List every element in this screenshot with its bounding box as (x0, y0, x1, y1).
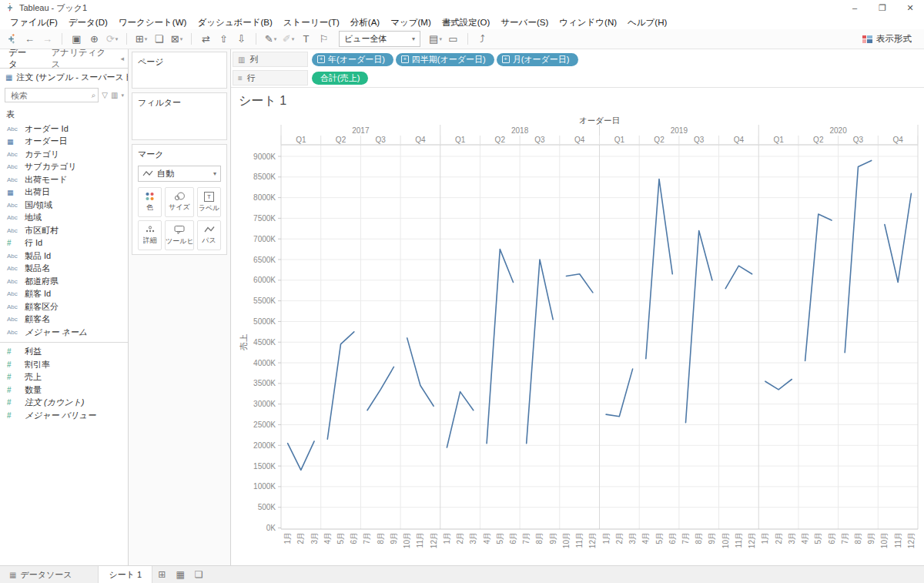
menu-item-6[interactable]: マップ(M) (385, 17, 437, 28)
fit-selector[interactable]: ビュー全体▾ (339, 31, 420, 47)
row-pill-0[interactable]: 合計(売上) (312, 72, 368, 85)
new-dashboard-button[interactable]: ▦ (171, 566, 189, 583)
tab-analytics[interactable]: アナリティクス (43, 49, 121, 68)
data-source-tab[interactable]: ▦ データソース (0, 566, 81, 583)
tab-data[interactable]: データ (0, 49, 43, 68)
menu-item-8[interactable]: サーバー(S) (495, 17, 554, 28)
sales-line-2018-q3[interactable] (527, 260, 554, 444)
sales-line-2018-q4[interactable] (566, 274, 593, 293)
sales-line-2017-q2[interactable] (327, 332, 354, 439)
show-mark-labels-button[interactable]: ▤▾ (427, 31, 444, 48)
dimension-field-14[interactable]: Abc顧客区分 (0, 300, 128, 313)
dimension-field-11[interactable]: Abc製品名 (0, 263, 128, 276)
new-story-button[interactable]: ❏ (189, 566, 208, 583)
menu-item-4[interactable]: ストーリー(T) (278, 17, 345, 28)
tableau-logo-icon[interactable] (6, 34, 16, 44)
label-button[interactable]: T ラベル (197, 187, 221, 217)
measure-field-5[interactable]: #メジャー バリュー (0, 409, 128, 422)
filters-shelf[interactable]: フィルター (132, 92, 227, 140)
view-options-icon[interactable]: ▥ (111, 91, 118, 99)
tooltip-button[interactable]: ツールヒ… (165, 220, 194, 250)
column-pill-1[interactable]: +四半期(オーダー日) (396, 53, 494, 66)
menu-item-7[interactable]: 書式設定(O) (437, 17, 496, 28)
measure-field-4[interactable]: #注文 (カウント) (0, 397, 128, 410)
measure-field-1[interactable]: #割引率 (0, 358, 128, 371)
menu-item-1[interactable]: データ(D) (63, 17, 113, 28)
sales-line-2020-q2[interactable] (805, 214, 832, 360)
dimension-field-9[interactable]: #行 Id (0, 237, 128, 250)
menu-item-10[interactable]: ヘルプ(H) (622, 17, 672, 28)
dimension-field-16[interactable]: Abcメジャー ネーム (0, 326, 128, 339)
sort-ascending-button[interactable]: ⇧ (215, 31, 233, 48)
expand-hierarchy-icon[interactable]: + (317, 55, 325, 63)
highlight-button[interactable]: ✎▾ (262, 31, 280, 48)
menu-item-9[interactable]: ウィンドウ(N) (554, 17, 622, 28)
sales-line-2018-q2[interactable] (487, 250, 513, 444)
dimension-field-2[interactable]: Abcカテゴリ (0, 148, 128, 161)
share-button[interactable]: ⤴ (474, 31, 491, 48)
dimension-field-5[interactable]: ▦出荷日 (0, 186, 128, 199)
view-options-caret-icon[interactable]: ▾ (121, 92, 124, 99)
menu-item-3[interactable]: ダッシュボード(B) (192, 17, 277, 28)
dimension-field-0[interactable]: Abcオーダー Id (0, 122, 128, 136)
detail-button[interactable]: 詳細 (138, 220, 162, 250)
pages-shelf[interactable]: ページ (132, 52, 227, 89)
collapse-pane-icon[interactable]: ◂ (120, 55, 128, 62)
refresh-data-button[interactable]: ⟳▾ (103, 31, 121, 48)
expand-hierarchy-icon[interactable]: + (401, 55, 409, 63)
undo-button[interactable]: ← (21, 31, 38, 48)
dimension-field-15[interactable]: Abc顧客名 (0, 313, 128, 327)
pin-button[interactable]: ⚐ (315, 31, 333, 48)
dimension-field-3[interactable]: Abcサブカテゴリ (0, 161, 128, 174)
sales-line-2019-q1[interactable] (606, 369, 633, 417)
measure-field-0[interactable]: #利益 (0, 346, 128, 359)
sales-line-2020-q1[interactable] (765, 380, 792, 390)
menu-item-0[interactable]: ファイル(F) (5, 17, 63, 28)
save-button[interactable]: ▣ (68, 31, 85, 48)
dimension-field-6[interactable]: Abc国/領域 (0, 199, 128, 212)
data-source-item[interactable]: ▦ 注文 (サンプル - スーパースト… (0, 69, 128, 85)
dimension-field-10[interactable]: Abc製品 Id (0, 250, 128, 263)
clear-sheet-button[interactable]: ⊠▾ (168, 31, 186, 48)
search-input[interactable] (9, 90, 92, 101)
measure-field-3[interactable]: #数量 (0, 384, 128, 397)
sales-line-2018-q1[interactable] (447, 392, 473, 447)
sort-descending-button[interactable]: ⇩ (233, 31, 250, 48)
filter-funnel-icon[interactable]: ▽ (102, 91, 108, 99)
add-data-source-button[interactable]: ⊕ (85, 31, 103, 48)
sales-line-2019-q2[interactable] (646, 179, 673, 359)
new-worksheet-button[interactable]: ⊞ (152, 566, 171, 583)
duplicate-sheet-button[interactable]: ❏ (150, 31, 168, 48)
color-button[interactable]: 色 (138, 187, 162, 217)
sheet-tab-active[interactable]: シート 1 (98, 566, 152, 583)
minimize-button[interactable]: – (841, 0, 869, 15)
column-pill-2[interactable]: +月(オーダー日) (497, 53, 578, 66)
presentation-mode-button[interactable]: ▭ (444, 31, 462, 48)
expand-hierarchy-icon[interactable]: + (502, 55, 510, 63)
dimension-field-4[interactable]: Abc出荷モード (0, 173, 128, 186)
path-button[interactable]: パス (197, 220, 221, 250)
close-button[interactable]: ✕ (896, 0, 924, 15)
sales-line-2017-q4[interactable] (407, 338, 434, 406)
sales-line-2019-q4[interactable] (725, 266, 752, 289)
new-worksheet-button[interactable]: ⊞▾ (132, 31, 150, 48)
restore-button[interactable]: ❐ (869, 0, 896, 15)
show-me-button[interactable]: 表示形式 (862, 33, 918, 45)
search-icon[interactable]: ⌕ (92, 91, 96, 100)
sales-line-2020-q4[interactable] (885, 193, 912, 282)
text-label-button[interactable]: T (297, 31, 315, 48)
dimension-field-13[interactable]: Abc顧客 Id (0, 288, 128, 301)
measure-field-2[interactable]: #売上 (0, 371, 128, 384)
format-button[interactable]: ✐▾ (280, 31, 297, 48)
menu-item-2[interactable]: ワークシート(W) (113, 17, 192, 28)
dimension-field-7[interactable]: Abc地域 (0, 212, 128, 225)
dimension-field-12[interactable]: Abc都道府県 (0, 275, 128, 288)
sales-line-2020-q3[interactable] (845, 160, 872, 352)
dimension-field-1[interactable]: ▦オーダー日 (0, 136, 128, 149)
redo-button[interactable]: → (38, 31, 56, 48)
menu-item-5[interactable]: 分析(A) (345, 17, 385, 28)
dimension-field-8[interactable]: Abc市区町村 (0, 224, 128, 237)
column-pill-0[interactable]: +年(オーダー日) (312, 53, 393, 66)
mark-type-dropdown[interactable]: 自動 ▾ (138, 166, 221, 182)
size-button[interactable]: サイズ (165, 187, 194, 217)
